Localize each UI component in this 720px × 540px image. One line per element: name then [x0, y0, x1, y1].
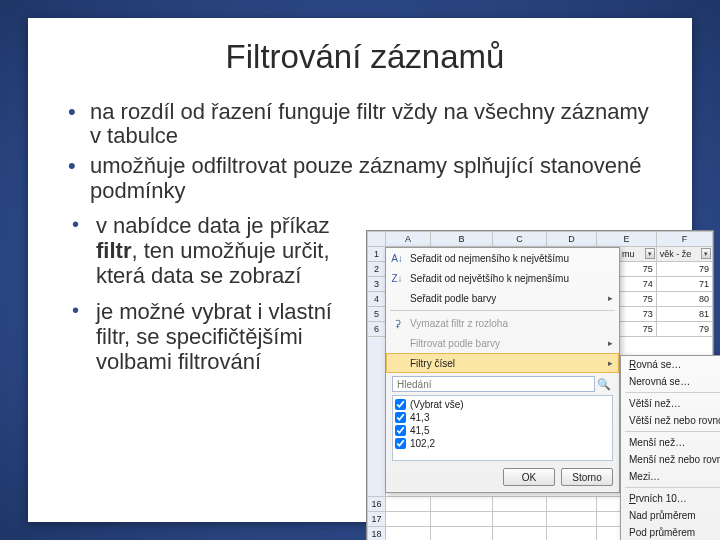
filter-option[interactable]: (Vybrat vše)	[395, 398, 610, 411]
slide-title: Filtrování záznamů	[68, 38, 662, 76]
menu-filter-color: Filtrovat podle barvy ▸	[386, 333, 619, 353]
corner-cell[interactable]	[368, 232, 386, 247]
filter-search-input[interactable]	[392, 376, 595, 392]
row-header[interactable]: 2	[368, 262, 386, 277]
chevron-right-icon: ▸	[608, 293, 613, 303]
menu-sort-asc[interactable]: A↓ Seřadit od nejmenšího k největšímu	[386, 248, 619, 268]
bullet-item: je možné vybrat i vlastní filtr, se spec…	[68, 299, 368, 375]
filter-option[interactable]: 41,5	[395, 424, 610, 437]
clear-filter-icon: ⚳	[390, 316, 404, 330]
chevron-down-icon[interactable]: ▾	[645, 248, 655, 259]
submenu-item[interactable]: Nad průměrem	[621, 507, 720, 524]
menu-clear-filter: ⚳ Vymazat filtr z rozloha	[386, 313, 619, 333]
submenu-item[interactable]: Mezi…	[621, 468, 720, 485]
submenu-item[interactable]: Menší než…	[621, 434, 720, 451]
sort-asc-icon: A↓	[390, 251, 404, 265]
submenu-item[interactable]: Nerovná se…	[621, 373, 720, 390]
filter-option[interactable]: 41,3	[395, 411, 610, 424]
chevron-down-icon[interactable]: ▾	[701, 248, 711, 259]
bullet-item: v nabídce data je příkaz filtr, ten umož…	[68, 213, 368, 289]
submenu-item[interactable]: Rovná se…	[621, 356, 720, 373]
number-filters-submenu: Rovná se… Nerovná se… Větší než… Větší n…	[620, 355, 720, 540]
bullet-item: na rozdíl od řazení funguje filtr vždy n…	[68, 100, 662, 148]
chevron-right-icon: ▸	[608, 358, 613, 368]
col-header[interactable]: F	[656, 232, 712, 247]
row-header[interactable]: 5	[368, 307, 386, 322]
search-icon: 🔍	[595, 376, 613, 392]
submenu-item[interactable]: Větší než…	[621, 395, 720, 412]
bullet-list-main: na rozdíl od řazení funguje filtr vždy n…	[68, 100, 662, 203]
row-header[interactable]: 3	[368, 277, 386, 292]
filter-dropdown-menu: A↓ Seřadit od nejmenšího k největšímu Z↓…	[385, 247, 620, 493]
menu-number-filters[interactable]: Filtry čísel ▸	[386, 353, 619, 373]
col-header[interactable]: D	[546, 232, 596, 247]
col-header[interactable]: C	[493, 232, 547, 247]
row-header[interactable]: 1	[368, 247, 386, 262]
submenu-item[interactable]: Menší než nebo rovno…	[621, 451, 720, 468]
sort-desc-icon: Z↓	[390, 271, 404, 285]
chevron-right-icon: ▸	[608, 338, 613, 348]
filter-values-list: (Vybrat vše) 41,3 41,5 102,2	[392, 395, 613, 461]
menu-sort-color[interactable]: Seřadit podle barvy ▸	[386, 288, 619, 308]
ok-button[interactable]: OK	[503, 468, 555, 486]
filter-option[interactable]: 102,2	[395, 437, 610, 450]
cancel-button[interactable]: Storno	[561, 468, 613, 486]
row-header[interactable]: 4	[368, 292, 386, 307]
menu-sort-desc[interactable]: Z↓ Seřadit od největšího k nejmenšímu	[386, 268, 619, 288]
excel-screenshot: A B C D E F 1 země▾ hl. město▾ rozloha▾ …	[366, 230, 714, 540]
col-header[interactable]: B	[430, 232, 492, 247]
col-header[interactable]: E	[597, 232, 657, 247]
row-header[interactable]: 6	[368, 322, 386, 337]
submenu-item[interactable]: Pod průměrem	[621, 524, 720, 540]
filter-search: 🔍	[392, 376, 613, 392]
filter-header[interactable]: věk - že▾	[656, 247, 712, 262]
bullet-item: umožňuje odfiltrovat pouze záznamy splňu…	[68, 154, 662, 202]
submenu-item[interactable]: Prvních 10…	[621, 490, 720, 507]
col-header[interactable]: A	[386, 232, 431, 247]
submenu-item[interactable]: Větší než nebo rovno…	[621, 412, 720, 429]
